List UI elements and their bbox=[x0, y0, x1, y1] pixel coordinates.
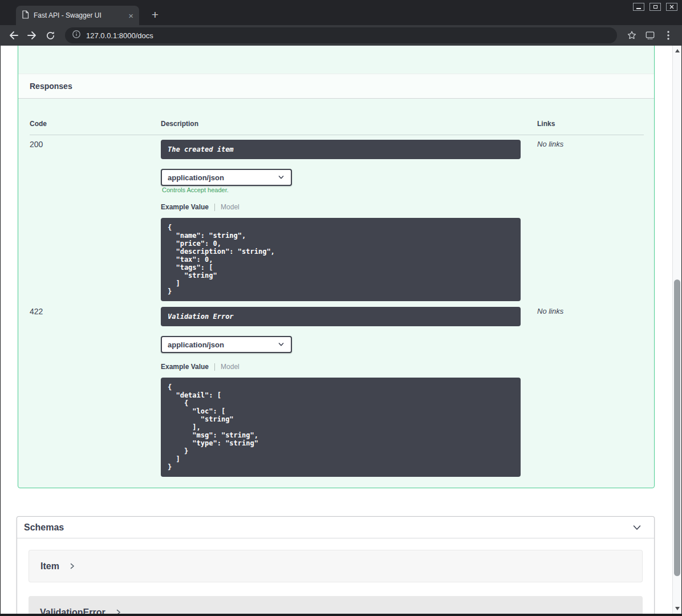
back-button[interactable] bbox=[6, 27, 22, 43]
schema-name: ValidationError bbox=[40, 607, 105, 614]
tab-model[interactable]: Model bbox=[221, 203, 239, 211]
browser-menu-button[interactable] bbox=[660, 27, 676, 43]
navigation-bar: 127.0.0.1:8000/docs bbox=[0, 25, 682, 46]
star-icon bbox=[627, 30, 637, 40]
page-scrollbar[interactable] bbox=[672, 46, 681, 614]
media-type-value: application/json bbox=[168, 341, 224, 349]
back-icon bbox=[8, 30, 19, 41]
media-type-select[interactable]: application/json bbox=[161, 169, 292, 186]
tab-divider bbox=[214, 363, 215, 371]
chevron-right-icon bbox=[115, 609, 122, 614]
bookmark-button[interactable] bbox=[624, 27, 640, 43]
media-type-select[interactable]: application/json bbox=[161, 336, 292, 353]
scrollbar-thumb[interactable] bbox=[674, 279, 680, 576]
reload-button[interactable] bbox=[42, 27, 58, 43]
chevron-right-icon bbox=[68, 562, 76, 570]
schema-validation-error[interactable]: ValidationError bbox=[29, 596, 643, 614]
maximize-button[interactable] bbox=[649, 3, 661, 11]
overflow-menu-icon bbox=[667, 31, 669, 40]
document-icon bbox=[22, 10, 29, 21]
tab-model[interactable]: Model bbox=[221, 363, 239, 371]
reload-icon bbox=[45, 30, 56, 41]
devices-icon bbox=[645, 30, 655, 40]
example-tabs: Example Value Model bbox=[161, 363, 239, 371]
forward-button[interactable] bbox=[24, 27, 40, 43]
tab-close-icon[interactable]: × bbox=[128, 11, 133, 20]
media-type-value: application/json bbox=[168, 173, 224, 182]
example-tabs: Example Value Model bbox=[161, 203, 239, 211]
forward-icon bbox=[26, 30, 38, 41]
tab-example-value[interactable]: Example Value bbox=[161, 203, 209, 211]
schemas-section: Schemas Item ValidationError bbox=[17, 516, 655, 614]
response-description: Validation Error bbox=[161, 307, 521, 326]
schema-item[interactable]: Item bbox=[29, 550, 643, 582]
chevron-down-icon bbox=[631, 522, 643, 533]
devices-button[interactable] bbox=[642, 27, 658, 43]
close-button[interactable] bbox=[666, 3, 677, 11]
chevron-down-icon bbox=[277, 173, 285, 181]
browser-tab[interactable]: Fast API - Swagger UI × bbox=[16, 6, 139, 25]
response-code: 422 bbox=[30, 307, 43, 316]
maximize-icon bbox=[653, 5, 657, 9]
schema-name: Item bbox=[40, 561, 59, 572]
info-icon[interactable] bbox=[72, 30, 81, 41]
responses-section: Responses Code Description Links 200 The… bbox=[18, 46, 655, 488]
chevron-down-icon bbox=[277, 341, 285, 348]
scroll-down-icon[interactable] bbox=[675, 607, 680, 610]
responses-heading: Responses bbox=[30, 82, 72, 91]
responses-table-header: Code Description Links bbox=[30, 117, 644, 135]
schemas-heading: Schemas bbox=[24, 522, 631, 533]
address-bar[interactable]: 127.0.0.1:8000/docs bbox=[65, 27, 617, 43]
response-links: No links bbox=[537, 307, 563, 315]
example-json: { "detail": [ { "loc": [ "string" ], "ms… bbox=[161, 378, 521, 477]
accept-header-note: Controls Accept header. bbox=[162, 187, 229, 193]
minimize-icon bbox=[636, 8, 641, 9]
schemas-header[interactable]: Schemas bbox=[17, 517, 654, 538]
response-description: The created item bbox=[161, 140, 521, 159]
close-icon bbox=[669, 5, 674, 9]
example-json: { "name": "string", "price": 0, "descrip… bbox=[161, 218, 521, 301]
responses-header: Responses bbox=[18, 74, 654, 99]
column-header-links: Links bbox=[537, 120, 555, 128]
column-header-description: Description bbox=[161, 120, 198, 128]
scroll-up-icon[interactable] bbox=[675, 49, 680, 52]
page-content: Responses Code Description Links 200 The… bbox=[1, 46, 681, 614]
response-code: 200 bbox=[30, 140, 43, 149]
tab-bar: Fast API - Swagger UI × + bbox=[0, 0, 682, 25]
response-links: No links bbox=[537, 140, 563, 148]
tab-divider bbox=[214, 204, 215, 211]
column-header-code: Code bbox=[30, 120, 47, 128]
new-tab-button[interactable]: + bbox=[147, 7, 163, 23]
url-text[interactable]: 127.0.0.1:8000/docs bbox=[86, 31, 153, 40]
tab-example-value[interactable]: Example Value bbox=[161, 363, 209, 371]
tab-title: Fast API - Swagger UI bbox=[34, 11, 124, 19]
window-controls bbox=[633, 3, 677, 11]
minimize-button[interactable] bbox=[633, 3, 644, 11]
